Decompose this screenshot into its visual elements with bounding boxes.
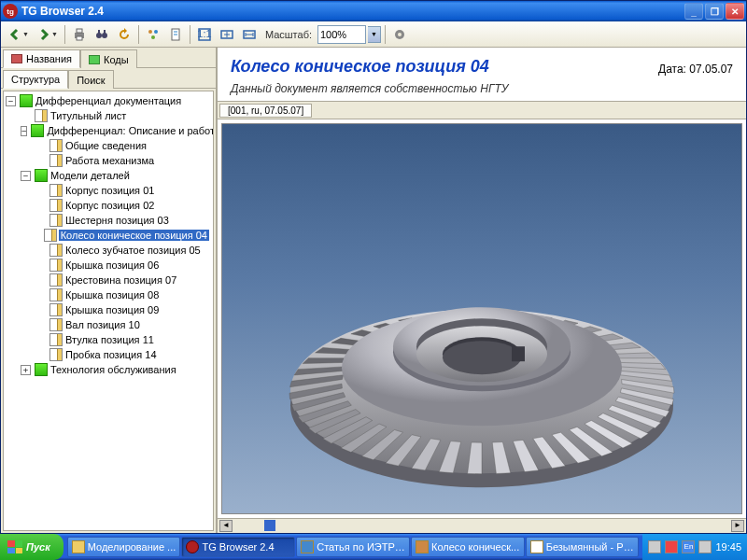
tray-icon[interactable] xyxy=(648,540,661,553)
tree-item[interactable]: −Дифференциал: Описание и работа xyxy=(21,123,213,138)
page-icon xyxy=(35,109,48,122)
tree-item[interactable]: −Модели деталей xyxy=(21,168,213,183)
book-icon xyxy=(35,363,48,376)
document-icon xyxy=(168,27,183,42)
tab-search[interactable]: Поиск xyxy=(68,70,113,89)
app-icon xyxy=(186,540,199,553)
tree-item[interactable]: Крышка позиция 09 xyxy=(35,302,213,317)
tab-codes[interactable]: Коды xyxy=(80,49,137,68)
page-icon xyxy=(49,154,63,167)
taskbar-item-active[interactable]: TG Browser 2.4 xyxy=(181,537,295,557)
taskbar-item[interactable]: Статья по ИЭТР ... xyxy=(296,537,410,557)
version-tab[interactable]: [001, ru, 07.05.07] xyxy=(219,104,312,118)
svg-rect-28 xyxy=(512,346,525,361)
scale-label: Масштаб: xyxy=(261,29,316,40)
collapse-icon[interactable]: − xyxy=(6,96,16,106)
printer-icon xyxy=(72,27,87,42)
page-icon xyxy=(49,139,63,152)
tree-item[interactable]: Корпус позиция 02 xyxy=(35,198,213,213)
tree-item[interactable]: Вал позиция 10 xyxy=(35,317,213,332)
taskbar-items: Моделирование ... TG Browser 2.4 Статья … xyxy=(63,535,643,559)
arrow-right-icon xyxy=(36,27,51,42)
svg-point-18 xyxy=(398,33,402,36)
settings-button[interactable] xyxy=(389,24,410,45)
tree-item[interactable]: Шестерня позиция 03 xyxy=(35,213,213,228)
content-panel: Колесо коническое позиция 04 Дата: 07.05… xyxy=(218,48,746,533)
scroll-right-button[interactable]: ► xyxy=(731,520,744,532)
page-icon xyxy=(49,303,63,316)
forward-button[interactable]: ▼ xyxy=(34,24,61,45)
tree-item[interactable]: Общие сведения xyxy=(35,138,213,153)
zoom-width-button[interactable] xyxy=(239,24,260,45)
page-icon xyxy=(49,288,63,301)
tree-item[interactable]: Корпус позиция 01 xyxy=(35,183,213,198)
page-icon xyxy=(49,348,63,361)
app-icon xyxy=(416,540,429,553)
zoom-100-button[interactable]: 1:1 xyxy=(194,24,215,45)
taskbar-item[interactable]: Колесо коническ... xyxy=(411,537,525,557)
tab-structure[interactable]: Структура xyxy=(3,70,68,89)
tree-item[interactable]: Крышка позиция 06 xyxy=(35,258,213,273)
minimize-button[interactable]: _ xyxy=(684,3,703,20)
close-button[interactable]: ✕ xyxy=(726,3,744,20)
scroll-thumb[interactable] xyxy=(264,520,275,531)
tool-button-1[interactable] xyxy=(143,24,163,45)
svg-text:1:1: 1:1 xyxy=(197,28,211,39)
tree-item[interactable]: Втулка позиция 11 xyxy=(35,332,213,347)
taskbar-item[interactable]: Моделирование ... xyxy=(67,537,181,557)
page-icon xyxy=(49,259,63,272)
book-icon xyxy=(35,169,48,182)
book-icon xyxy=(31,124,44,137)
collapse-icon[interactable]: − xyxy=(21,171,31,181)
tree-item[interactable]: Крестовина позиция 07 xyxy=(35,273,213,287)
start-button[interactable]: Пуск xyxy=(0,534,63,560)
zoom-100-icon: 1:1 xyxy=(197,27,212,42)
app-window: tg TG Browser 2.4 _ ❐ ✕ ▼ ▼ 1:1 Масштаб: xyxy=(0,0,747,534)
tree-item[interactable]: Титульный лист xyxy=(21,108,213,123)
toolbar: ▼ ▼ 1:1 Масштаб: ▼ xyxy=(1,21,746,48)
tab-names[interactable]: Названия xyxy=(3,49,80,68)
tree-item[interactable]: Работа механизма xyxy=(35,153,213,168)
model-viewer[interactable]: // generate radial bevel teeth (function… xyxy=(221,123,742,514)
restore-button[interactable]: ❐ xyxy=(705,3,724,20)
tree-root[interactable]: −Дифференциал документация xyxy=(6,93,213,108)
zoom-select[interactable] xyxy=(317,25,366,44)
book-icon xyxy=(20,94,33,107)
tree-item[interactable]: Пробка позиция 14 xyxy=(35,347,213,362)
svg-rect-6 xyxy=(104,30,106,34)
back-button[interactable]: ▼ xyxy=(5,24,32,45)
view-tabs: Названия Коды xyxy=(1,48,216,68)
language-indicator[interactable]: En xyxy=(682,540,695,553)
tree-view[interactable]: −Дифференциал документация Титульный лис… xyxy=(3,91,214,531)
tray-icon[interactable] xyxy=(698,540,712,553)
tray-icon[interactable] xyxy=(665,540,678,553)
page-icon xyxy=(49,244,63,257)
version-tabs: [001, ru, 07.05.07] xyxy=(218,101,746,119)
tool-button-2[interactable] xyxy=(165,24,186,45)
tree-item[interactable]: +Технология обслуживания xyxy=(21,362,213,377)
scroll-left-button[interactable]: ◄ xyxy=(219,520,233,532)
refresh-icon xyxy=(117,27,132,42)
collapse-icon[interactable]: − xyxy=(21,126,27,136)
zoom-dropdown-button[interactable]: ▼ xyxy=(368,26,381,43)
zoom-fit-button[interactable] xyxy=(217,24,237,45)
taskbar-item[interactable]: Безымянный - Paint xyxy=(526,537,640,557)
system-tray[interactable]: En 19:45 xyxy=(642,534,747,560)
titlebar[interactable]: tg TG Browser 2.4 _ ❐ ✕ xyxy=(1,1,746,21)
left-panel: Названия Коды Структура Поиск −Дифференц… xyxy=(1,48,218,533)
binoculars-icon xyxy=(94,27,109,42)
tree-item[interactable]: Крышка позиция 08 xyxy=(35,287,213,302)
svg-rect-5 xyxy=(98,30,100,34)
find-button[interactable] xyxy=(92,24,112,45)
tree-item[interactable]: Колесо зубчатое позиция 05 xyxy=(35,243,213,258)
app-icon: tg xyxy=(3,4,18,19)
horizontal-scrollbar[interactable]: ◄ ► xyxy=(218,518,746,533)
tree-item-selected[interactable]: Колесо коническое позиция 04 xyxy=(35,228,213,243)
taskbar: Пуск Моделирование ... TG Browser 2.4 Ст… xyxy=(0,534,747,560)
expand-icon[interactable]: + xyxy=(21,365,31,375)
clock[interactable]: 19:45 xyxy=(715,541,741,553)
refresh-button[interactable] xyxy=(114,24,134,45)
arrow-left-icon xyxy=(7,27,22,42)
page-icon xyxy=(49,199,63,212)
print-button[interactable] xyxy=(69,24,90,45)
